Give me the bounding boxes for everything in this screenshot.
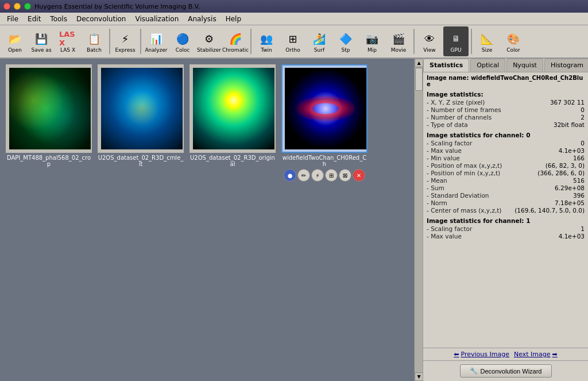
- toolbar-analyzer[interactable]: 📊 Analyzer: [144, 26, 169, 56]
- thumb-u2os-original[interactable]: U2OS_dataset_02_R3D_original: [189, 64, 276, 182]
- stats-label-1-7: - Standard Deviation: [427, 192, 489, 199]
- stats-label-2-1: - Max value: [427, 233, 462, 240]
- toolbar-mip[interactable]: 📷 Mip: [359, 26, 385, 56]
- thumb-tool-grid[interactable]: ⊞: [325, 169, 338, 182]
- stats-section-2: Image statistics for channel: 1 - Scalin…: [427, 217, 585, 240]
- toolbar-twin-label: Twin: [261, 47, 272, 53]
- thumb-u2os-cmle[interactable]: U2OS_dataset_02_R3D_cmle_it: [98, 64, 184, 182]
- toolbar-surf[interactable]: 🏄 Surf: [307, 26, 332, 56]
- view-icon: 👁: [421, 30, 438, 47]
- main-area: DAPI_MT488_phal568_02_crop U2OS_dataset_…: [0, 59, 588, 381]
- stats-row-1-7: - Standard Deviation 396: [427, 192, 585, 199]
- toolbar-size[interactable]: 📐 Size: [474, 26, 500, 56]
- surf-icon: 🏄: [311, 30, 328, 47]
- menu-visualization[interactable]: Visualization: [130, 14, 183, 24]
- vscroll-up[interactable]: ▲: [415, 59, 423, 67]
- toolbar-movie-label: Movie: [391, 47, 407, 53]
- prev-image-btn[interactable]: ⬅ Previous Image: [454, 351, 509, 358]
- stats-value-1-8: 7.18e+05: [555, 199, 585, 206]
- toolbar-chromatic[interactable]: 🌈 Chromatic: [223, 26, 248, 56]
- toolbar-save-as[interactable]: 💾 Save as: [29, 26, 54, 56]
- thumb-tool-close[interactable]: ✕: [353, 169, 365, 182]
- tab-statistics[interactable]: Statistics: [423, 59, 469, 72]
- thumb-wrap-2: [98, 64, 184, 153]
- thumb-wrap-4: [281, 64, 368, 153]
- vscroll-down[interactable]: ▼: [415, 372, 423, 381]
- image-name-label: Image name:: [427, 75, 469, 81]
- toolbar-twin[interactable]: 👥 Twin: [254, 26, 279, 56]
- thumb-image-1: [9, 68, 91, 149]
- thumb-widefield[interactable]: widefieldTwoChan_CH0Red_Ch ● ✏ ⚡ ⊞ ⊠ ✕: [281, 64, 368, 182]
- toolbar-view[interactable]: 👁 View: [417, 26, 442, 56]
- toolbar-express[interactable]: ⚡ Express: [113, 26, 138, 56]
- stats-row-1-0: - Scaling factor 0: [427, 140, 585, 147]
- minimize-window-btn[interactable]: [14, 3, 21, 10]
- thumb-dapi[interactable]: DAPI_MT488_phal568_02_crop: [6, 64, 92, 182]
- toolbar-movie[interactable]: 🎬 Movie: [386, 26, 411, 56]
- toolbar-las-x-label: LAS X: [60, 47, 75, 53]
- toolbar-open[interactable]: 📂 Open: [2, 26, 28, 56]
- menu-help[interactable]: Help: [221, 14, 246, 24]
- toolbar-mip-label: Mip: [368, 47, 377, 53]
- tab-nyquist[interactable]: Nyquist: [506, 59, 543, 72]
- stats-section-0: Image statistics: - X, Y, Z size (pixel)…: [427, 91, 585, 128]
- twin-icon: 👥: [258, 30, 275, 47]
- next-image-btn[interactable]: Next Image ➡: [514, 351, 558, 358]
- menu-file[interactable]: File: [2, 14, 23, 24]
- stats-channel-1: 1: [526, 217, 530, 224]
- vscroll-thumb[interactable]: [415, 68, 423, 91]
- stats-value-0-3: 32bit float: [554, 121, 585, 128]
- toolbar-coloc[interactable]: 🔵 Coloc: [170, 26, 195, 56]
- menu-analysis[interactable]: Analysis: [183, 14, 220, 24]
- right-panel: Statistics Optical Nyquist Histogram Ima…: [423, 59, 588, 381]
- stats-label-1-1: - Max value: [427, 147, 462, 154]
- stats-row-1-4: - Position of min (x,y,z,t) (366, 286, 6…: [427, 170, 585, 176]
- stp-icon: 🔷: [337, 30, 354, 47]
- image-browser: DAPI_MT488_phal568_02_crop U2OS_dataset_…: [0, 59, 414, 381]
- toolbar-gpu[interactable]: 🖥 GPU: [443, 26, 469, 56]
- menu-tools[interactable]: Tools: [45, 14, 72, 24]
- stats-value-1-5: 516: [573, 177, 585, 184]
- deconv-wizard-area: 🔧 Deconvolution Wizard: [423, 360, 588, 381]
- thumb-tool-express[interactable]: ⚡: [311, 169, 324, 182]
- toolbar-ortho[interactable]: ⊞ Ortho: [280, 26, 305, 56]
- maximize-window-btn[interactable]: [24, 3, 31, 10]
- tab-optical[interactable]: Optical: [470, 59, 505, 72]
- toolbar-ortho-label: Ortho: [285, 47, 300, 53]
- toolbar-view-label: View: [423, 47, 435, 53]
- browser-scroll[interactable]: DAPI_MT488_phal568_02_crop U2OS_dataset_…: [0, 59, 414, 381]
- thumb-tool-edit[interactable]: ✏: [297, 169, 310, 182]
- toolbar-batch[interactable]: 📋 Batch: [82, 26, 107, 56]
- toolbar-save-as-label: Save as: [31, 47, 51, 53]
- deconv-wizard-label: Deconvolution Wizard: [481, 368, 542, 375]
- thumb-tool-color[interactable]: ●: [284, 169, 296, 182]
- toolbar-express-label: Express: [115, 47, 135, 53]
- thumb-tool-crop[interactable]: ⊠: [339, 169, 351, 182]
- tab-histogram[interactable]: Histogram: [544, 59, 588, 72]
- browser-vscroll[interactable]: ▲ ▼: [414, 59, 423, 381]
- close-window-btn[interactable]: [3, 3, 10, 10]
- toolbar-size-label: Size: [482, 47, 492, 53]
- deconv-wizard-btn[interactable]: 🔧 Deconvolution Wizard: [460, 364, 552, 378]
- thumb-wrap-3: [189, 64, 276, 153]
- toolbar-stp[interactable]: 🔷 Stp: [333, 26, 358, 56]
- stabilizer-icon: ⚙: [200, 30, 218, 47]
- titlebar: Huygens Essential by Scientific Volume I…: [0, 0, 588, 13]
- toolbar-sep3: [250, 29, 252, 54]
- stats-label-0-2: - Number of channels: [427, 114, 492, 121]
- menu-deconvolution[interactable]: Deconvolution: [72, 14, 131, 24]
- stats-row-1-5: - Mean 516: [427, 177, 585, 184]
- toolbar-stabilizer[interactable]: ⚙ Stabilizer: [196, 26, 222, 56]
- coloc-icon: 🔵: [174, 30, 191, 47]
- app-title: Huygens Essential by Scientific Volume I…: [34, 3, 200, 10]
- mip-icon: 📷: [363, 30, 381, 47]
- thumb-label-4: widefieldTwoChan_CH0Red_Ch: [281, 155, 368, 167]
- toolbar-color[interactable]: 🎨 Color: [501, 26, 526, 56]
- ortho-icon: ⊞: [284, 30, 301, 47]
- toolbar-las-x[interactable]: LAS X LAS X: [55, 26, 80, 56]
- stats-label-1-0: - Scaling factor: [427, 140, 472, 147]
- save-as-icon: 💾: [33, 30, 50, 47]
- thumb-image-3: [193, 68, 274, 149]
- menu-edit[interactable]: Edit: [23, 14, 45, 24]
- express-icon: ⚡: [117, 30, 134, 47]
